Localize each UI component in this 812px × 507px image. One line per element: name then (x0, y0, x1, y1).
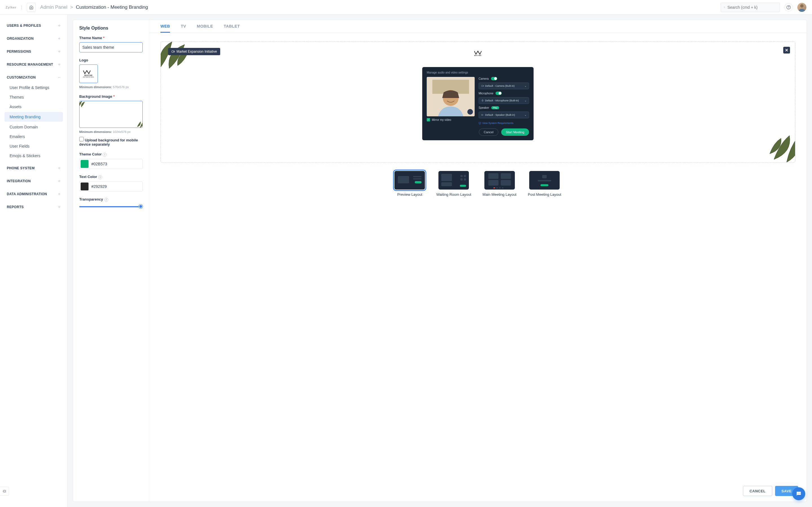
close-icon (785, 49, 788, 52)
plus-icon: + (58, 62, 61, 67)
av-cancel-button[interactable]: Cancel (479, 128, 498, 136)
logo-label: Logo (79, 58, 143, 62)
camera-select[interactable]: Default - Camera (Built-in)⌄ (479, 82, 529, 89)
breadcrumb: Admin Panel > Customization - Meeting Br… (40, 4, 148, 10)
camera-control-icon[interactable] (467, 109, 473, 115)
plus-icon: + (58, 23, 61, 28)
sidebar-group-users[interactable]: USERS & PROFILES+ (7, 20, 61, 31)
text-color-input[interactable]: #292929 (79, 181, 143, 191)
sidebar-item-user-profile[interactable]: User Profile & Settings (7, 83, 61, 93)
meeting-title-badge: Market Expansion Initiative (168, 48, 220, 55)
info-icon[interactable]: i (98, 175, 102, 179)
plus-icon: + (58, 205, 61, 210)
svg-point-15 (800, 493, 801, 494)
sidebar-item-themes[interactable]: Themes (7, 93, 61, 102)
sidebar-item-meeting-branding[interactable]: Meeting Branding (4, 112, 63, 122)
text-color-label: Text Colori (79, 175, 143, 179)
mic-select[interactable]: Default - Microphone (Built-in)⌄ (479, 97, 529, 104)
tab-mobile[interactable]: MOBILE (197, 24, 213, 33)
camera-toggle[interactable] (491, 77, 497, 80)
chat-fab-button[interactable] (792, 487, 805, 500)
breadcrumb-current: Customization - Meeting Branding (76, 4, 148, 10)
tab-tv[interactable]: TV (181, 24, 186, 33)
sidebar-group-org[interactable]: ORGANIZATION+ (7, 33, 61, 44)
plus-icon: + (58, 191, 61, 196)
mic-toggle[interactable] (496, 92, 502, 95)
chevron-down-icon: ⌄ (524, 114, 527, 116)
bg-mobile-checkbox-row[interactable]: Upload background for mobile device sepa… (79, 136, 143, 147)
sidebar-group-reports[interactable]: REPORTS+ (7, 202, 61, 212)
close-button[interactable] (783, 47, 790, 54)
speaker-select[interactable]: Default - Speaker (Built-in)⌄ (479, 112, 529, 118)
chat-icon (796, 491, 802, 497)
sidebar-item-assets[interactable]: Assets (7, 102, 61, 112)
home-icon (29, 5, 34, 10)
svg-point-0 (724, 7, 725, 8)
theme-color-input[interactable]: #02B573 (79, 159, 143, 169)
sysreq-link[interactable]: View System Requirements (479, 122, 529, 124)
app-logo: Zylker (6, 6, 16, 9)
camera-preview (427, 77, 475, 116)
header: Zylker | Admin Panel > Customization - M… (0, 0, 812, 15)
theme-color-label: Theme Colori (79, 152, 143, 157)
search-input-wrap[interactable] (721, 3, 780, 12)
info-icon[interactable]: i (103, 153, 107, 157)
layout-preview[interactable]: Preview Layout (395, 171, 425, 196)
sidebar-group-phone[interactable]: PHONE SYSTEM+ (7, 163, 61, 173)
device-tabs: WEB TV MOBILE TABLET (149, 20, 807, 33)
tab-tablet[interactable]: TABLET (224, 24, 240, 33)
sidebar-item-emojis[interactable]: Emojis & Stickers (7, 151, 61, 161)
minus-icon: − (58, 75, 61, 80)
sidebar-item-custom-domain[interactable]: Custom Domain (7, 122, 61, 132)
logo-upload-box[interactable]: WAYNE ENTERPRISES (79, 64, 98, 83)
svg-rect-11 (482, 100, 483, 101)
panel-title: Style Options (79, 25, 143, 31)
transparency-slider[interactable] (79, 204, 143, 210)
bg-label: Background Image * (79, 94, 143, 99)
sidebar-group-permissions[interactable]: PERMISSIONS+ (7, 46, 61, 57)
speaker-play-button[interactable]: Play (492, 106, 499, 109)
sidebar-item-emailers[interactable]: Emailers (7, 132, 61, 142)
search-input[interactable] (727, 5, 777, 10)
mirror-video-checkbox[interactable]: ✓ Mirror my video (427, 118, 475, 121)
home-button[interactable] (27, 3, 36, 12)
tab-web[interactable]: WEB (160, 24, 170, 33)
sidebar-group-customization[interactable]: CUSTOMIZATION− (7, 72, 61, 83)
chevron-down-icon: ⌄ (524, 84, 527, 87)
svg-point-14 (799, 493, 799, 494)
svg-rect-10 (481, 86, 483, 87)
collapse-icon (2, 489, 7, 494)
av-modal-title: Manage audio and video settings (427, 71, 529, 74)
bg-mobile-checkbox[interactable] (79, 137, 84, 142)
layout-waiting[interactable]: Waiting Room Layout (436, 171, 471, 196)
plus-icon: + (58, 166, 61, 171)
sidebar-group-resource[interactable]: RESOURCE MANAGEMENT+ (7, 59, 61, 70)
breadcrumb-root[interactable]: Admin Panel (40, 4, 67, 10)
help-icon (786, 5, 791, 10)
svg-rect-12 (479, 122, 481, 124)
sidebar-group-integration[interactable]: INTEGRATION+ (7, 176, 61, 186)
bg-hint: Minimum dimensions: 1024x576 px (79, 130, 143, 133)
bg-upload-box[interactable] (79, 101, 143, 128)
layout-post[interactable]: Post Meeting Layout (528, 171, 561, 196)
leaf-icon (79, 101, 89, 108)
av-start-button[interactable]: Start Meeting (501, 128, 529, 136)
leaf-decoration-icon (160, 41, 195, 70)
leaf-icon (133, 121, 143, 128)
theme-name-input[interactable] (79, 42, 143, 52)
sidebar-group-data-admin[interactable]: DATA ADMINISTRATION+ (7, 189, 61, 200)
logo-hint: Minimum dimensions: 576x576 px (79, 86, 143, 89)
cancel-button[interactable]: CANCEL (743, 486, 772, 496)
sidebar-item-user-fields[interactable]: User Fields (7, 142, 61, 151)
layout-main[interactable]: Main Meeting Layout (483, 171, 516, 196)
av-settings-modal: Manage audio and video settings ✓ (422, 67, 534, 140)
svg-point-2 (789, 8, 789, 8)
layout-selector: Preview Layout (160, 171, 795, 196)
user-avatar[interactable] (797, 3, 806, 12)
sidebar: USERS & PROFILES+ ORGANIZATION+ PERMISSI… (0, 15, 68, 507)
help-button[interactable] (784, 3, 793, 11)
sidebar-collapse-button[interactable] (0, 487, 9, 496)
chevron-down-icon: ⌄ (524, 99, 527, 102)
info-icon[interactable]: i (104, 198, 108, 202)
brand-logo: WAYNE (474, 51, 482, 56)
